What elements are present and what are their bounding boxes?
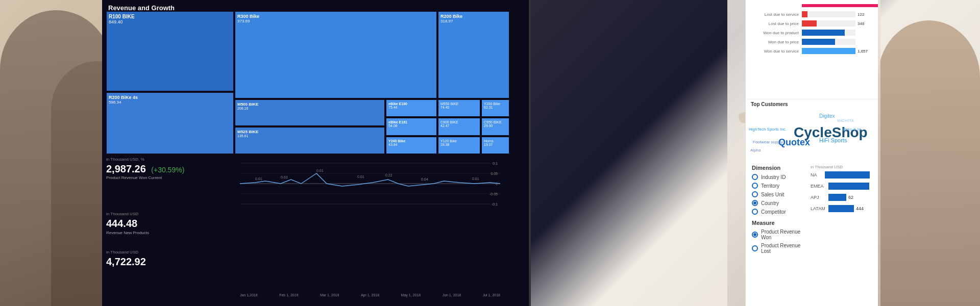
- radio-circle-sales-unit[interactable]: [752, 191, 758, 197]
- timeline-mar: Mar 1, 2018: [320, 293, 339, 297]
- bar-track-won-product: [802, 30, 855, 36]
- treemap-cell-ebike181[interactable]: eBike E181 54.06: [386, 118, 437, 135]
- bar-item-won-service: Won due to service 1,657: [751, 48, 873, 54]
- stat2-value: 444.48: [106, 218, 137, 230]
- settings-panel: Lost due to service 122 Lost due to pric…: [745, 0, 878, 306]
- bar-fill-lost-service: [802, 11, 807, 17]
- radio-territory[interactable]: Territory: [752, 183, 805, 189]
- svg-text:0.05: 0.05: [491, 172, 498, 175]
- stat1-change: (+30.59%): [151, 166, 184, 174]
- measure-title: Measure: [752, 220, 805, 226]
- svg-text:-0.1: -0.1: [492, 202, 498, 206]
- treemap-cell-r200[interactable]: R200 BiKe 4s 596.34: [106, 92, 234, 154]
- timeline: Jan 1,2018 Feb 1, 2018 Mar 1, 2018 Apr 1…: [240, 293, 500, 297]
- radio-label-sales-unit: Sales Unit: [761, 192, 785, 197]
- radio-competitor[interactable]: Competitor: [752, 209, 805, 215]
- bar-label-lost-service: Lost due to service: [751, 12, 802, 17]
- wc-word-alpha: Alpha: [750, 148, 761, 152]
- svg-text:0.01: 0.01: [255, 177, 262, 181]
- radio-sales-unit[interactable]: Sales Unit: [752, 191, 805, 197]
- radio-label-industry: Industry ID: [761, 174, 786, 180]
- region-val-apj: 62: [848, 195, 853, 200]
- region-label-apj: APJ: [811, 195, 828, 200]
- bar-label-won-price: Won due to price: [751, 40, 802, 44]
- radio-circle-competitor[interactable]: [752, 209, 758, 215]
- timeline-may: May 1, 2018: [401, 293, 421, 297]
- radio-circle-territory[interactable]: [752, 183, 758, 189]
- bar-fill-lost-price: [802, 20, 817, 27]
- treemap-cell-m550[interactable]: M550 BIKE 74.40: [438, 99, 480, 117]
- radio-product-revenue-lost[interactable]: Product Revenue Lost: [752, 243, 805, 254]
- region-bar-latam: LATAM 444: [811, 205, 872, 212]
- bar-item-won-price: Won due to price: [751, 39, 873, 45]
- treemap-cell-y240[interactable]: Y240 Bike 43.84: [386, 137, 437, 154]
- sparkline-chart: 0.1 0.05 0 -0.05 -0.1 0.01 0.03 0.01 0.0…: [240, 158, 500, 209]
- bar-fill-won-service: [802, 48, 855, 54]
- bar-track-lost-service: [802, 11, 855, 17]
- radio-circle-revenue-lost[interactable]: [752, 245, 758, 251]
- radio-industry-id[interactable]: Industry ID: [752, 174, 805, 180]
- svg-text:0.01: 0.01: [472, 177, 479, 181]
- treemap-cell-c950[interactable]: C950 BIKE 29.90: [481, 118, 509, 135]
- region-fill-na: [825, 171, 870, 178]
- bar-chart-area: Lost due to service 122 Lost due to pric…: [746, 0, 878, 99]
- treemap-cell-r200b[interactable]: R200 Bike 318.97: [438, 11, 509, 98]
- region-fill-latam: [828, 205, 854, 212]
- stat2-desc: Revenue New Products: [106, 231, 149, 235]
- wc-word-hifi: HiFi Sports: [819, 137, 847, 143]
- wc-word-wichita: WiCHITA: [837, 118, 854, 123]
- svg-text:0.22: 0.22: [385, 173, 393, 177]
- stat3-unit: in Thousand USD: [106, 250, 138, 254]
- radio-country[interactable]: Country: [752, 200, 805, 206]
- bar-label-lost-price: Lost due to price: [751, 21, 802, 26]
- wc-word-digitex: Digitex: [819, 113, 835, 119]
- bar-track-won-price: [802, 39, 855, 45]
- timeline-jul: Jul 1, 2018: [483, 293, 500, 297]
- timeline-jan: Jan 1,2018: [240, 293, 258, 297]
- region-label-emea: EMEA: [811, 184, 828, 189]
- treemap-cell-ebike180[interactable]: eBike E180 75.44: [386, 99, 437, 117]
- wc-word-quotex: Quotex: [778, 137, 810, 148]
- radio-circle-revenue-won[interactable]: [752, 232, 758, 238]
- svg-text:0: 0: [496, 182, 498, 186]
- top-bar-pink: [802, 4, 878, 7]
- region-unit-label: in Thousand USD: [811, 165, 872, 169]
- radio-label-revenue-lost: Product Revenue Lost: [761, 243, 805, 254]
- region-label-latam: LATAM: [811, 206, 828, 211]
- radio-label-revenue-won: Product Revenue Won: [761, 229, 805, 240]
- svg-text:0.04: 0.04: [421, 177, 428, 181]
- region-bar-emea: EMEA: [811, 183, 872, 190]
- radio-label-competitor: Competitor: [761, 209, 786, 215]
- bar-label-won-product: Won due to product: [751, 31, 802, 35]
- treemap-cell-m525[interactable]: M525 BIKE 135.61: [235, 127, 385, 154]
- svg-text:0.01: 0.01: [357, 175, 364, 178]
- treemap-cell-m500[interactable]: M500 BIKE 209.16: [235, 99, 385, 126]
- wc-word-hightech: HighTech Sports Inc.: [749, 127, 787, 132]
- treemap-cell-y120[interactable]: Y120 Bike 28.38: [438, 137, 480, 154]
- svg-text:-0.05: -0.05: [489, 192, 498, 196]
- dashboard-screen: Revenue and Growth R100 BIKE 849.40 R200…: [102, 0, 531, 306]
- treemap-cell-r100[interactable]: R100 BIKE 849.40: [106, 11, 234, 91]
- bar-value-lost-price: 348: [857, 21, 873, 26]
- person-right-silhouette: [878, 20, 980, 306]
- treemap-cell-c900[interactable]: C900 BIKE 42.47: [438, 118, 480, 135]
- radio-circle-country[interactable]: [752, 200, 758, 206]
- treemap-cell-y200[interactable]: Y200 Bike 62.31: [481, 99, 509, 117]
- treemap-cell-r300[interactable]: R300 Bike 373.69: [235, 11, 437, 98]
- svg-text:0.01: 0.01: [316, 169, 324, 172]
- radio-circle-industry[interactable]: [752, 174, 758, 180]
- region-chart-container: in Thousand USD NA EMEA APJ 62 L: [811, 165, 872, 257]
- wordcloud-title: Top Customers: [748, 101, 876, 107]
- treemap-cell-horns[interactable]: Horns 19.07: [481, 137, 509, 154]
- bar-fill-won-price: [802, 39, 835, 45]
- wordcloud: CycleShop Quotex HiFi Sports Digitex Hig…: [748, 109, 876, 155]
- bar-fill-won-product: [802, 30, 845, 36]
- timeline-feb: Feb 1, 2018: [279, 293, 298, 297]
- stat1-value: 2,987.26: [106, 163, 146, 174]
- stat3-value: 4,722.92: [106, 256, 146, 268]
- radio-product-revenue-won[interactable]: Product Revenue Won: [752, 229, 805, 240]
- wc-word-footwear: Footwear supply: [753, 140, 783, 144]
- region-fill-emea: [828, 183, 869, 190]
- radio-label-country: Country: [761, 200, 779, 206]
- timeline-jun: Jun 1, 2018: [443, 293, 461, 297]
